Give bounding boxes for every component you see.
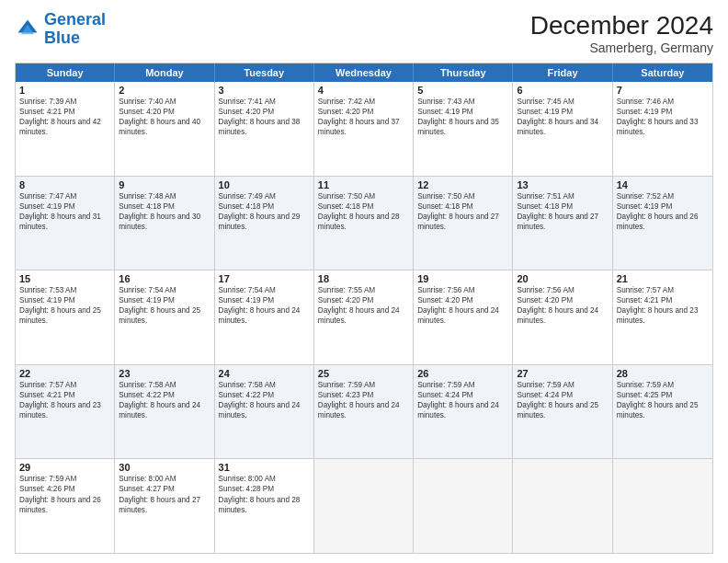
sunrise-text: Sunrise: 7:58 AM (219, 380, 310, 390)
sunrise-text: Sunrise: 7:48 AM (119, 191, 210, 201)
sunset-text: Sunset: 4:19 PM (19, 295, 110, 305)
daylight-text: Daylight: 8 hours and 31 minutes. (19, 212, 110, 232)
day-number: 12 (417, 179, 508, 190)
calendar-week-5: 29Sunrise: 7:59 AMSunset: 4:26 PMDayligh… (16, 459, 712, 553)
day-cell-12: 12Sunrise: 7:50 AMSunset: 4:18 PMDayligh… (414, 177, 513, 270)
sunrise-text: Sunrise: 7:59 AM (617, 380, 709, 390)
sunset-text: Sunset: 4:18 PM (219, 201, 310, 212)
day-number: 10 (219, 179, 310, 190)
day-cell-3: 3Sunrise: 7:41 AMSunset: 4:20 PMDaylight… (215, 82, 314, 176)
daylight-text: Daylight: 8 hours and 25 minutes. (119, 305, 210, 326)
empty-cell (613, 459, 712, 553)
sunrise-text: Sunrise: 7:41 AM (219, 97, 310, 107)
sunrise-text: Sunrise: 7:47 AM (19, 191, 110, 201)
day-number: 17 (219, 273, 310, 284)
daylight-text: Daylight: 8 hours and 27 minutes. (119, 495, 210, 515)
day-number: 23 (119, 368, 210, 379)
sunrise-text: Sunrise: 7:39 AM (19, 97, 110, 107)
daylight-text: Daylight: 8 hours and 24 minutes. (219, 305, 310, 326)
daylight-text: Daylight: 8 hours and 24 minutes. (417, 400, 508, 420)
day-cell-6: 6Sunrise: 7:45 AMSunset: 4:19 PMDaylight… (513, 82, 612, 176)
daylight-text: Daylight: 8 hours and 33 minutes. (617, 117, 709, 137)
day-cell-27: 27Sunrise: 7:59 AMSunset: 4:24 PMDayligh… (513, 365, 612, 459)
sunset-text: Sunset: 4:19 PM (617, 201, 709, 212)
day-number: 15 (19, 273, 110, 284)
daylight-text: Daylight: 8 hours and 42 minutes. (19, 117, 110, 137)
calendar-week-2: 8Sunrise: 7:47 AMSunset: 4:19 PMDaylight… (16, 177, 712, 271)
day-number: 9 (119, 179, 210, 190)
calendar-week-3: 15Sunrise: 7:53 AMSunset: 4:19 PMDayligh… (16, 270, 712, 365)
day-cell-30: 30Sunrise: 8:00 AMSunset: 4:27 PMDayligh… (115, 459, 214, 553)
day-number: 22 (19, 368, 110, 379)
logo-icon (15, 17, 40, 42)
sunrise-text: Sunrise: 7:43 AM (417, 97, 508, 107)
day-cell-4: 4Sunrise: 7:42 AMSunset: 4:20 PMDaylight… (314, 82, 414, 176)
sunset-text: Sunset: 4:19 PM (417, 107, 508, 117)
day-number: 8 (19, 179, 110, 190)
sunset-text: Sunset: 4:21 PM (617, 295, 709, 305)
header-day-sunday: Sunday (16, 63, 115, 82)
daylight-text: Daylight: 8 hours and 34 minutes. (517, 117, 608, 137)
logo-line2: Blue (44, 29, 80, 47)
logo-text: General Blue (44, 11, 106, 48)
sunrise-text: Sunrise: 7:50 AM (318, 191, 409, 201)
day-number: 29 (19, 462, 110, 473)
day-number: 6 (517, 85, 608, 96)
day-number: 25 (318, 368, 409, 379)
sunset-text: Sunset: 4:24 PM (517, 390, 608, 400)
sunset-text: Sunset: 4:25 PM (617, 390, 709, 400)
daylight-text: Daylight: 8 hours and 28 minutes. (219, 495, 310, 515)
daylight-text: Daylight: 8 hours and 40 minutes. (119, 117, 210, 137)
sunset-text: Sunset: 4:18 PM (517, 201, 608, 212)
day-number: 2 (119, 85, 210, 96)
header-day-wednesday: Wednesday (314, 63, 414, 82)
empty-cell (513, 459, 612, 553)
sunrise-text: Sunrise: 7:49 AM (219, 191, 310, 201)
sunset-text: Sunset: 4:22 PM (119, 390, 210, 400)
day-cell-29: 29Sunrise: 7:59 AMSunset: 4:26 PMDayligh… (16, 459, 115, 553)
day-number: 1 (19, 85, 110, 96)
sunrise-text: Sunrise: 7:59 AM (417, 380, 508, 390)
daylight-text: Daylight: 8 hours and 27 minutes. (417, 212, 508, 232)
calendar: SundayMondayTuesdayWednesdayThursdayFrid… (15, 63, 713, 554)
header-day-thursday: Thursday (414, 63, 513, 82)
day-cell-11: 11Sunrise: 7:50 AMSunset: 4:18 PMDayligh… (314, 177, 414, 270)
sunrise-text: Sunrise: 7:54 AM (119, 285, 210, 295)
day-number: 14 (617, 179, 709, 190)
daylight-text: Daylight: 8 hours and 24 minutes. (219, 400, 310, 420)
daylight-text: Daylight: 8 hours and 28 minutes. (318, 212, 409, 232)
sunset-text: Sunset: 4:24 PM (417, 390, 508, 400)
daylight-text: Daylight: 8 hours and 26 minutes. (617, 212, 709, 232)
sunset-text: Sunset: 4:20 PM (318, 295, 409, 305)
day-cell-2: 2Sunrise: 7:40 AMSunset: 4:20 PMDaylight… (115, 82, 214, 176)
sunset-text: Sunset: 4:20 PM (219, 107, 310, 117)
sunrise-text: Sunrise: 7:46 AM (617, 97, 709, 107)
day-number: 21 (617, 273, 709, 284)
header-day-monday: Monday (115, 63, 214, 82)
sunrise-text: Sunrise: 7:42 AM (318, 97, 409, 107)
sunset-text: Sunset: 4:19 PM (219, 295, 310, 305)
sunset-text: Sunset: 4:21 PM (19, 390, 110, 400)
daylight-text: Daylight: 8 hours and 25 minutes. (617, 400, 709, 420)
day-number: 28 (617, 368, 709, 379)
day-number: 16 (119, 273, 210, 284)
header-day-tuesday: Tuesday (215, 63, 314, 82)
day-cell-7: 7Sunrise: 7:46 AMSunset: 4:19 PMDaylight… (613, 82, 712, 176)
sunset-text: Sunset: 4:18 PM (119, 201, 210, 212)
day-cell-21: 21Sunrise: 7:57 AMSunset: 4:21 PMDayligh… (613, 270, 712, 364)
sunset-text: Sunset: 4:18 PM (417, 201, 508, 212)
day-number: 20 (517, 273, 608, 284)
sunset-text: Sunset: 4:19 PM (517, 107, 608, 117)
daylight-text: Daylight: 8 hours and 29 minutes. (219, 212, 310, 232)
day-cell-14: 14Sunrise: 7:52 AMSunset: 4:19 PMDayligh… (613, 177, 712, 270)
sunset-text: Sunset: 4:19 PM (119, 295, 210, 305)
sunset-text: Sunset: 4:26 PM (19, 484, 110, 494)
sunrise-text: Sunrise: 7:54 AM (219, 285, 310, 295)
sunrise-text: Sunrise: 7:59 AM (318, 380, 409, 390)
sunrise-text: Sunrise: 7:56 AM (417, 285, 508, 295)
day-cell-28: 28Sunrise: 7:59 AMSunset: 4:25 PMDayligh… (613, 365, 712, 459)
day-number: 19 (417, 273, 508, 284)
daylight-text: Daylight: 8 hours and 25 minutes. (19, 305, 110, 326)
day-cell-31: 31Sunrise: 8:00 AMSunset: 4:28 PMDayligh… (215, 459, 314, 553)
calendar-header: SundayMondayTuesdayWednesdayThursdayFrid… (16, 63, 712, 82)
